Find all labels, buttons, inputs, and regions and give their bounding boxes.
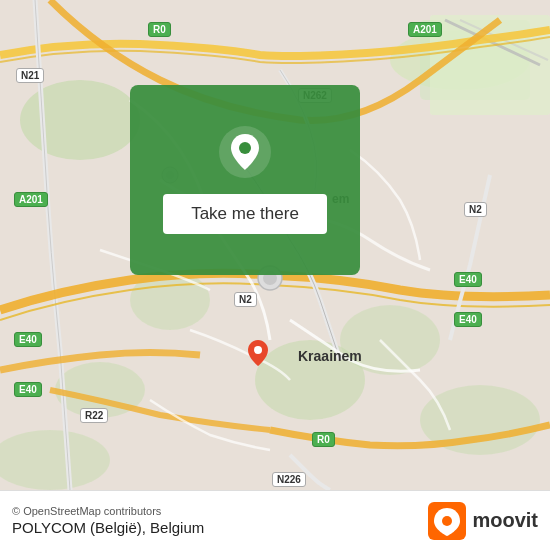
road-badge-a201-top: A201 <box>408 22 442 37</box>
road-badge-e40-left-bot: E40 <box>14 382 42 397</box>
road-badge-a201-left: A201 <box>14 192 48 207</box>
road-badge-r22: R22 <box>80 408 108 423</box>
road-badge-e40-right-top: E40 <box>454 272 482 287</box>
popup-overlay: Take me there <box>130 85 360 275</box>
moovit-text: moovit <box>472 509 538 532</box>
svg-point-18 <box>239 142 251 154</box>
road-badge-n2-right: N2 <box>464 202 487 217</box>
map-container: R0 N21 A201 N262 A201 N2 N2 E40 E40 E40 … <box>0 0 550 490</box>
copyright-text: © OpenStreetMap contributors <box>12 505 204 517</box>
svg-point-19 <box>254 346 262 354</box>
road-badge-r0-bot: R0 <box>312 432 335 447</box>
take-me-there-button[interactable]: Take me there <box>163 194 327 234</box>
svg-point-21 <box>442 516 452 526</box>
road-badge-e40-right-bot: E40 <box>454 312 482 327</box>
info-bar: © OpenStreetMap contributors POLYCOM (Be… <box>0 490 550 550</box>
moovit-logo: moovit <box>428 502 538 540</box>
road-badge-r0-top: R0 <box>148 22 171 37</box>
road-badge-e40-left-top: E40 <box>14 332 42 347</box>
svg-point-6 <box>340 305 440 375</box>
info-left: © OpenStreetMap contributors POLYCOM (Be… <box>12 505 204 536</box>
location-name: POLYCOM (België), Belgium <box>12 519 204 536</box>
moovit-icon <box>428 502 466 540</box>
location-pin-icon <box>219 126 271 178</box>
road-badge-n21: N21 <box>16 68 44 83</box>
road-badge-n226: N226 <box>272 472 306 487</box>
city-label-kraainem: Kraainem <box>298 348 362 364</box>
map-pin-small <box>248 340 268 366</box>
svg-point-1 <box>20 80 140 160</box>
road-badge-n2-center: N2 <box>234 292 257 307</box>
